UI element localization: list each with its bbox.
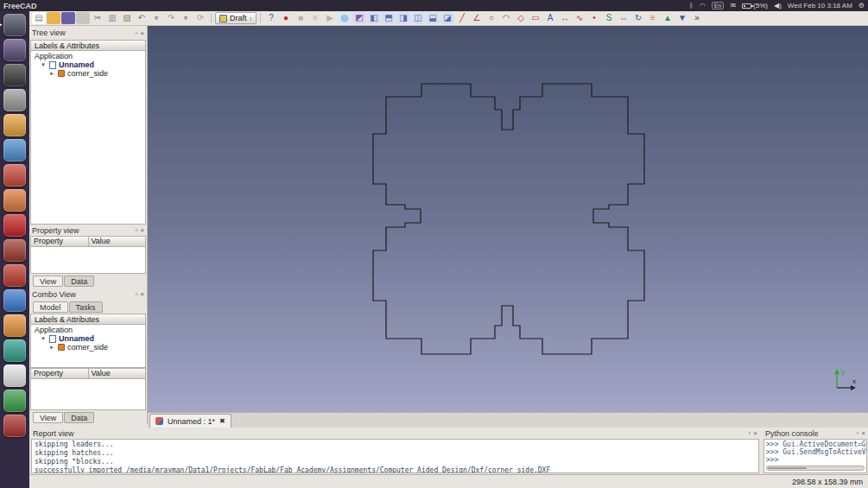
view-axonometric-button[interactable]: ◩ <box>352 12 366 24</box>
view-left-button[interactable]: ◪ <box>440 12 454 24</box>
macro-edit-button[interactable]: ≡ <box>308 12 322 24</box>
horizontal-scrollbar[interactable] <box>766 466 865 471</box>
redo-button[interactable]: ↷ <box>164 12 178 24</box>
tab-view[interactable]: View <box>33 276 63 287</box>
dock-float-button[interactable]: ▫ <box>856 429 858 437</box>
property-view-panel[interactable] <box>30 247 146 274</box>
view-right-button[interactable]: ◨ <box>396 12 410 24</box>
dock-float-button[interactable]: ▫ <box>135 29 137 37</box>
combo-tree-header[interactable]: Labels & Attributes <box>30 314 146 325</box>
tab-model[interactable]: Model <box>33 301 68 313</box>
draft-circle-button[interactable]: ○ <box>485 12 498 24</box>
combo-tree-item-unnamed[interactable]: ▾ Unnamed <box>33 334 143 343</box>
dock-close-button[interactable]: × <box>140 226 144 234</box>
launcher-item-8[interactable] <box>3 189 26 212</box>
network-icon[interactable]: ◠ <box>700 2 706 10</box>
draft-bspline-button[interactable]: ∿ <box>573 12 586 24</box>
workbench-selector[interactable]: Draft ↕ <box>215 12 257 24</box>
launcher-item-3[interactable] <box>3 64 26 86</box>
3d-viewport[interactable]: y x <box>148 26 868 412</box>
redo-menu-button[interactable]: ▾ <box>179 12 193 24</box>
tab-tasks[interactable]: Tasks <box>69 301 103 313</box>
launcher-item-13[interactable] <box>3 314 26 337</box>
macro-record-button[interactable]: ● <box>279 12 293 24</box>
draft-dimension-button[interactable]: ↔ <box>558 12 572 24</box>
battery-indicator[interactable]: (5%) <box>742 2 768 10</box>
dock-close-button[interactable]: × <box>140 290 144 298</box>
tree-item-unnamed[interactable]: ▾ Unnamed <box>33 60 143 69</box>
open-file-button[interactable] <box>47 12 60 24</box>
scrollbar-thumb[interactable] <box>768 467 807 469</box>
dock-close-button[interactable]: × <box>753 429 757 437</box>
whats-this-button[interactable]: ? <box>264 12 278 24</box>
launcher-item-17[interactable] <box>3 415 26 437</box>
draft-polyline-button[interactable]: ∠ <box>470 12 484 24</box>
tab-close-icon[interactable]: ✖ <box>219 417 225 425</box>
toolbar-overflow-button[interactable]: » <box>690 12 704 24</box>
value-column-header[interactable]: Value <box>89 368 147 379</box>
cut-button[interactable]: ✂ <box>91 12 105 24</box>
draft-polygon-button[interactable]: ◇ <box>514 12 528 24</box>
launcher-item-10[interactable] <box>3 239 26 262</box>
draft-offset-button[interactable]: ≡ <box>646 12 660 24</box>
keyboard-layout-indicator[interactable]: En <box>712 2 725 10</box>
dock-float-button[interactable]: ▫ <box>748 429 751 437</box>
window-title[interactable]: FreeCAD <box>3 2 37 10</box>
expander-open-icon[interactable]: ▾ <box>40 61 47 68</box>
tab-view[interactable]: View <box>33 412 63 423</box>
draft-downgrade-button[interactable]: ▼ <box>675 12 689 24</box>
undo-menu-button[interactable]: ▾ <box>149 12 163 24</box>
expander-closed-icon[interactable]: ▸ <box>48 344 55 351</box>
tree-view-panel[interactable]: Application ▾ Unnamed ▸ corner_side <box>30 51 146 225</box>
new-file-button[interactable]: ▤ <box>32 12 46 24</box>
draft-text-button[interactable]: A <box>543 12 557 24</box>
combo-tree-panel[interactable]: Application ▾ Unnamed ▸ corner_side <box>30 325 146 368</box>
bluetooth-icon[interactable]: ᛒ <box>689 2 694 10</box>
draft-arc-button[interactable]: ◠ <box>499 12 513 24</box>
launcher-item-5[interactable] <box>3 114 26 136</box>
property-column-header[interactable]: Property <box>30 368 89 379</box>
save-file-button[interactable] <box>61 12 75 24</box>
undo-button[interactable]: ↶ <box>135 12 149 24</box>
print-button[interactable] <box>76 12 90 24</box>
dock-float-button[interactable]: ▫ <box>135 290 137 298</box>
python-console-input[interactable]: >>> Gui.ActiveDocument=Gu >>> Gui.SendMs… <box>763 439 867 473</box>
draft-upgrade-button[interactable]: ▲ <box>661 12 675 24</box>
combo-tree-root-application[interactable]: Application <box>33 326 143 334</box>
launcher-item-9[interactable] <box>3 214 26 237</box>
volume-icon[interactable]: ◀) <box>774 2 782 10</box>
launcher-item-6[interactable] <box>3 139 26 162</box>
tree-item-corner-side[interactable]: ▸ corner_side <box>33 69 143 78</box>
property-column-header[interactable]: Property <box>30 236 89 247</box>
dock-float-button[interactable]: ▫ <box>135 226 137 234</box>
combo-property-panel[interactable] <box>30 379 146 410</box>
tree-header[interactable]: Labels & Attributes <box>30 40 146 51</box>
tree-root-application[interactable]: Application <box>33 52 143 60</box>
clock-indicator[interactable]: Wed Feb 10 3:18 AM <box>788 2 852 10</box>
view-fit-all-button[interactable]: ◎ <box>338 12 352 24</box>
value-column-header[interactable]: Value <box>89 236 147 247</box>
view-top-button[interactable]: ⬒ <box>382 12 396 24</box>
paste-button[interactable]: ▨ <box>120 12 134 24</box>
launcher-item-2[interactable] <box>3 39 26 61</box>
tab-data[interactable]: Data <box>64 412 94 423</box>
combo-tree-item-corner-side[interactable]: ▸ corner_side <box>33 343 143 352</box>
draft-rectangle-button[interactable]: ▭ <box>529 12 542 24</box>
expander-open-icon[interactable]: ▾ <box>40 335 47 342</box>
view-front-button[interactable]: ◧ <box>367 12 381 24</box>
dock-close-button[interactable]: × <box>140 29 144 37</box>
draft-line-button[interactable]: ╱ <box>455 12 469 24</box>
launcher-item-11[interactable] <box>3 264 26 287</box>
draft-shapestring-button[interactable]: S <box>602 12 616 24</box>
launcher-item-15[interactable] <box>3 364 26 387</box>
launcher-item-4[interactable] <box>3 89 26 111</box>
draft-point-button[interactable]: • <box>587 12 601 24</box>
session-menu-icon[interactable]: ⚙ <box>858 2 865 10</box>
draft-rotate-button[interactable]: ↻ <box>631 12 645 24</box>
copy-button[interactable]: ▥ <box>105 12 119 24</box>
macro-stop-button[interactable]: ■ <box>294 12 307 24</box>
launcher-freecad[interactable]: ▸ <box>3 14 26 36</box>
tab-data[interactable]: Data <box>64 276 94 287</box>
launcher-item-7[interactable] <box>3 164 26 187</box>
launcher-item-12[interactable] <box>3 289 26 312</box>
